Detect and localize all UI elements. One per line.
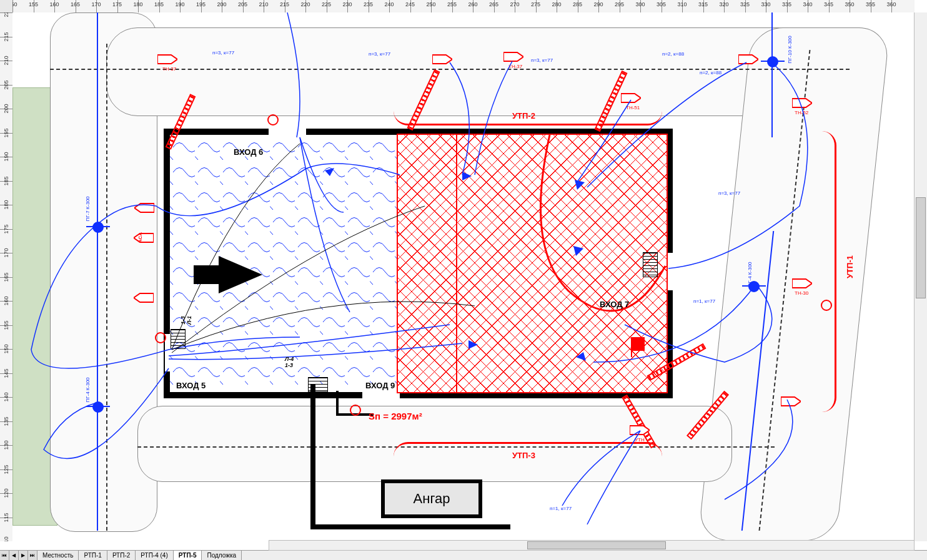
ruler-corner xyxy=(0,0,13,13)
unit-label-4: ТН-52 xyxy=(795,110,808,115)
label-vhod7: ВХОД 7 xyxy=(600,300,629,309)
page-tab-1[interactable]: РТП-1 xyxy=(79,551,107,560)
fire-divider xyxy=(456,135,457,392)
fire-engine-icon-9 xyxy=(630,425,650,436)
utp1-brace xyxy=(822,131,836,412)
tab-nav-first[interactable]: ⏮ xyxy=(0,551,9,560)
hose-label-2: n=3, к=77 xyxy=(369,51,390,57)
horizontal-scroll-thumb[interactable] xyxy=(527,541,666,549)
hydrant-label-4: ПГ-10 К-300 xyxy=(787,36,793,64)
label-vhod6: ВХОД 6 xyxy=(234,147,263,157)
smoke-pattern-icon xyxy=(170,135,398,392)
diagram: ПГ-7 К-300 ПГ-4 К-300 ПГ-4 К-300 ПГ-10 К… xyxy=(12,12,915,541)
hydrant-label-3: ПГ-4 К-300 xyxy=(747,262,753,287)
label-vhod5: ВХОД 5 xyxy=(176,381,206,390)
page-tab-2[interactable]: РТП-2 xyxy=(107,551,136,560)
fire-engine-icon-11 xyxy=(134,292,154,303)
label-asa: АСА xyxy=(137,232,143,243)
smoke-area xyxy=(170,135,398,392)
hose-label-5: n=2, к=88 xyxy=(700,70,721,76)
fire-engine-icon-1 xyxy=(157,54,177,65)
lbl-l4: Л-4 xyxy=(285,356,294,362)
wall-inner-1 xyxy=(336,391,339,416)
hydrant-label-1: ПГ-7 К-300 xyxy=(85,196,91,221)
lbl-l3b: 1-3 xyxy=(285,362,293,368)
label-vhod9: ВХОД 9 xyxy=(365,381,395,390)
page-tab-3[interactable]: РТП-4 (4) xyxy=(136,551,173,560)
fire-origin-flag-icon xyxy=(631,337,645,351)
hydrant-3 xyxy=(767,56,778,67)
fire-engine-icon-8 xyxy=(781,396,801,407)
stairs-vhod9 xyxy=(309,378,327,391)
hose-label-4: n=2, к=88 xyxy=(662,51,684,57)
lbl-n11: 1-3 xyxy=(180,316,186,324)
fire-engine-icon-10 xyxy=(134,202,154,214)
command-point-4 xyxy=(821,300,832,311)
unit-label-1: ТН-37 xyxy=(162,66,176,72)
fire-engine-icon-asa xyxy=(134,232,154,243)
page-tabs-bar: ⏮ ◀ ▶ ⏭ МестностьРТП-1РТП-2РТП-4 (4)РТП-… xyxy=(0,550,927,560)
tab-nav-prev[interactable]: ◀ xyxy=(9,551,19,560)
page-tab-5[interactable]: Подложка xyxy=(202,551,242,560)
fire-engine-icon-6 xyxy=(792,97,812,109)
hose-label-8: n=1, к=77 xyxy=(550,506,572,511)
unit-label-6: УТН xyxy=(635,437,645,443)
tab-nav-next[interactable]: ▶ xyxy=(19,551,28,560)
drawing-canvas[interactable]: ПГ-7 К-300 ПГ-4 К-300 ПГ-4 К-300 ПГ-10 К… xyxy=(12,12,915,541)
angar-label: Ангар xyxy=(414,491,450,507)
fire-engine-icon-2 xyxy=(432,54,452,65)
vertical-scrollbar[interactable] xyxy=(914,12,927,541)
tab-nav-last[interactable]: ⏭ xyxy=(28,551,37,560)
page-tab-0[interactable]: Местность xyxy=(37,551,79,560)
vertical-scroll-thumb[interactable] xyxy=(916,197,926,298)
label-utp3: УТП-3 xyxy=(512,451,535,460)
wall-south-1 xyxy=(310,385,315,528)
fire-engine-icon-4 xyxy=(621,92,641,104)
svg-rect-0 xyxy=(170,135,398,392)
stairs-vhod5 xyxy=(171,330,185,348)
lbl-n12: Л-1 xyxy=(186,316,192,325)
command-point-3 xyxy=(350,405,361,416)
hydrant-label-2: ПГ-4 К-300 xyxy=(85,377,91,402)
horizontal-scrollbar[interactable] xyxy=(269,540,915,551)
hydrant-2 xyxy=(92,401,104,413)
command-point-1 xyxy=(267,114,279,125)
horizontal-ruler: 1451501551601651701751801851901952002052… xyxy=(12,0,915,13)
blue-pipe-right-top xyxy=(771,12,773,137)
command-point-2 xyxy=(155,332,166,343)
unit-label-2: ТН-37 xyxy=(508,64,522,69)
wind-direction-arrow-icon xyxy=(219,256,262,293)
label-fire-area-sp: Sп = 2997м² xyxy=(369,411,422,421)
stairs-vhod7 xyxy=(643,253,657,277)
fire-engine-icon-7 xyxy=(792,278,812,289)
unit-label-5: ТН-30 xyxy=(795,290,808,296)
page-tab-4[interactable]: РТП-5 xyxy=(174,551,202,560)
hydrant-1 xyxy=(92,222,104,233)
angar-box: Ангар xyxy=(381,479,482,518)
hose-label-6: n=3, к=77 xyxy=(718,190,740,196)
hose-label-3: n=3, к=77 xyxy=(531,57,553,63)
unit-label-3: ТН-51 xyxy=(626,105,640,111)
hose-label-1: n=3, к=77 xyxy=(212,50,234,56)
vertical-ruler: 1101151201251301351401451501551601651701… xyxy=(0,12,13,541)
blue-pipe-left xyxy=(97,12,98,531)
fire-engine-icon-5 xyxy=(738,54,758,65)
label-utp2: УТП-2 xyxy=(512,111,535,120)
hose-label-7: n=1, к=77 xyxy=(693,298,715,304)
wall-south-2 xyxy=(310,524,510,529)
fire-engine-icon-3 xyxy=(503,51,523,62)
label-utp1: УТП-1 xyxy=(845,255,855,278)
road-centerline-left xyxy=(106,44,107,531)
